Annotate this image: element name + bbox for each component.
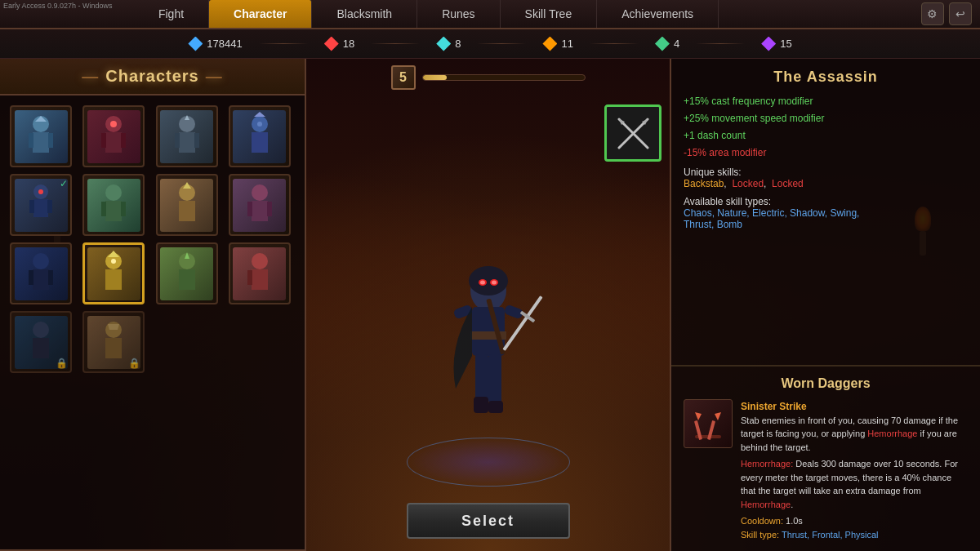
item-description: Sinister Strike Stab enemies in front of… — [741, 399, 968, 542]
character-avatar-12 — [233, 247, 286, 300]
item-name-title: Worn Daggers — [684, 376, 968, 391]
tab-skill-tree[interactable]: Skill Tree — [501, 0, 598, 28]
character-cell-13[interactable]: 🔒 — [10, 311, 72, 373]
character-stats-section: The Assassin +15% cast frequency modifie… — [671, 59, 980, 367]
character-cell-8[interactable] — [229, 174, 291, 236]
svg-rect-71 — [475, 354, 488, 403]
svg-point-62 — [480, 281, 485, 285]
version-label: Early Access 0.9.027h - Windows — [3, 2, 113, 10]
character-cell-1[interactable] — [10, 105, 72, 167]
ability-icon — [604, 104, 662, 162]
currency-red: 18 — [324, 37, 354, 51]
character-avatar-1 — [15, 110, 68, 163]
svg-rect-47 — [252, 269, 268, 290]
character-cell-10[interactable] — [82, 242, 145, 304]
svg-point-46 — [252, 253, 268, 269]
unique-skill-locked-2: Locked — [772, 178, 804, 189]
svg-marker-78 — [695, 412, 702, 420]
character-cell-5[interactable]: ✓ — [10, 174, 72, 236]
svg-rect-16 — [252, 132, 268, 153]
character-avatar-3 — [160, 110, 213, 163]
character-avatar-7 — [160, 179, 213, 232]
svg-rect-22 — [47, 200, 52, 213]
character-cell-7[interactable] — [156, 174, 218, 236]
skill-name: Sinister Strike — [741, 399, 968, 414]
nav-tabs-container: Fight Character Blacksmith Runes Skill T… — [101, 0, 719, 28]
characters-panel: Characters — [0, 59, 306, 551]
lock-icon-14: 🔒 — [128, 358, 140, 369]
tab-runes[interactable]: Runes — [417, 0, 500, 28]
svg-rect-29 — [179, 201, 195, 221]
currency-orange: 11 — [542, 37, 572, 51]
gem-orange-icon — [542, 37, 557, 51]
svg-rect-52 — [105, 338, 122, 358]
svg-rect-3 — [48, 133, 53, 148]
currency-divider-1 — [259, 43, 308, 44]
stat-area-modifier: -15% area modifier — [684, 145, 968, 160]
unique-skill-backstab: Backstab — [684, 178, 724, 189]
svg-rect-34 — [267, 202, 272, 216]
unique-skills-label: Unique skills: Backstab, Locked, Locked — [684, 167, 968, 189]
svg-point-23 — [38, 189, 43, 194]
gem-purple-icon — [761, 37, 776, 51]
stat-dash-count: +1 dash count — [684, 128, 968, 143]
svg-point-59 — [469, 266, 508, 295]
svg-rect-44 — [179, 269, 195, 290]
tab-character[interactable]: Character — [209, 0, 312, 28]
character-name-title: The Assassin — [684, 69, 968, 86]
svg-rect-1 — [33, 132, 49, 153]
currency-blue: 178441 — [188, 37, 242, 51]
tab-achievements[interactable]: Achievements — [597, 0, 719, 28]
tab-blacksmith[interactable]: Blacksmith — [312, 0, 417, 28]
svg-rect-72 — [488, 354, 501, 403]
gem-blue-icon — [188, 37, 203, 51]
svg-marker-53 — [108, 324, 119, 330]
svg-rect-11 — [179, 132, 195, 153]
character-cell-3[interactable] — [156, 105, 218, 167]
currency-divider-5 — [696, 43, 745, 44]
currency-divider-3 — [477, 43, 526, 44]
stat-cast-frequency: +15% cast frequency modifier — [684, 94, 968, 109]
currency-divider-2 — [371, 43, 420, 44]
svg-rect-40 — [105, 269, 122, 290]
skill-types-label: Available skill types: Chaos, Nature, El… — [684, 196, 968, 230]
level-progress-bar — [422, 74, 586, 81]
currency-purple: 15 — [761, 37, 791, 51]
svg-rect-2 — [29, 133, 33, 148]
exit-button[interactable]: ↩ — [949, 2, 972, 25]
character-cell-4[interactable] — [229, 105, 291, 167]
character-avatar-8 — [233, 179, 286, 232]
tab-fight[interactable]: Fight — [134, 0, 209, 28]
level-fill — [423, 75, 448, 80]
svg-rect-33 — [247, 202, 252, 216]
svg-rect-20 — [33, 199, 48, 217]
character-cell-11[interactable] — [156, 242, 218, 304]
character-cell-14[interactable]: 🔒 — [82, 311, 145, 373]
character-cell-9[interactable] — [10, 242, 72, 304]
svg-rect-27 — [121, 202, 126, 216]
main-content: Characters — [0, 59, 980, 551]
svg-point-31 — [252, 184, 268, 201]
svg-rect-36 — [33, 269, 49, 290]
character-cell-2[interactable] — [82, 105, 145, 167]
svg-rect-69 — [502, 295, 542, 351]
character-preview-area — [306, 96, 670, 503]
character-level: 5 — [391, 65, 416, 90]
gem-green-icon — [655, 37, 670, 51]
character-cell-12[interactable] — [229, 242, 291, 304]
svg-rect-68 — [503, 304, 523, 320]
svg-marker-79 — [715, 412, 721, 420]
svg-rect-37 — [29, 270, 33, 285]
currency-divider-4 — [590, 43, 639, 44]
svg-rect-48 — [247, 270, 252, 285]
character-cell-6[interactable] — [82, 174, 145, 236]
select-button[interactable]: Select — [407, 503, 570, 539]
level-bar: 5 — [306, 59, 670, 96]
svg-rect-50 — [33, 338, 49, 358]
settings-button[interactable]: ⚙ — [921, 2, 944, 25]
character-info-panel: The Assassin +15% cast frequency modifie… — [670, 59, 980, 551]
character-avatar-10 — [87, 247, 140, 300]
skill-types-list: Chaos, Nature, Electric, Shadow, Swing,T… — [684, 207, 859, 230]
svg-rect-74 — [488, 401, 503, 413]
currency-bar: 178441 18 8 11 4 15 — [0, 29, 980, 59]
